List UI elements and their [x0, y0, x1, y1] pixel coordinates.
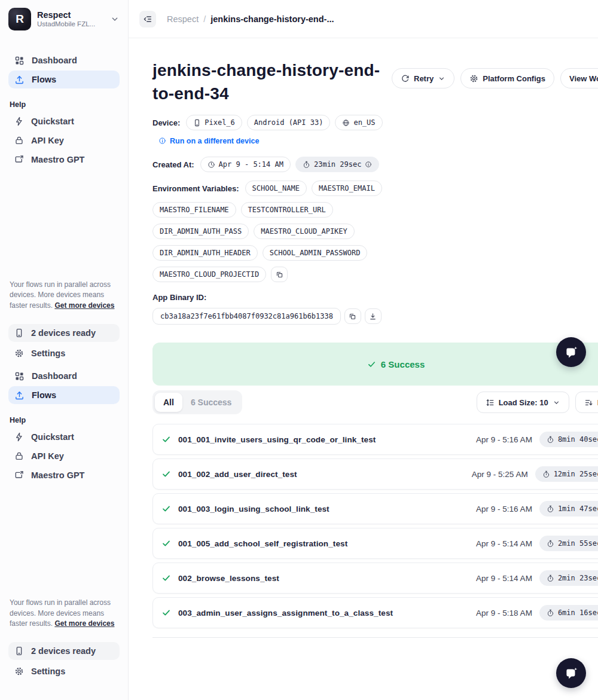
download-binary-button[interactable]	[365, 308, 382, 324]
devices-promo-text: Your flows run in parallel across device…	[8, 280, 120, 311]
devices-ready-status[interactable]: 2 devices ready	[8, 324, 120, 342]
topbar: Respect / jenkins-change-history-end-...	[129, 0, 598, 38]
env-var-chip[interactable]: MAESTRO_CLOUD_APIKEY	[254, 224, 355, 239]
env-var-chip[interactable]: DIR_ADMIN_AUTH_PASS	[152, 224, 249, 239]
test-duration-chip: 12min 25sec	[535, 466, 598, 482]
test-row[interactable]: 001_001_invite_users_using_qr_code_or_li…	[152, 424, 598, 455]
devices-ready-status-2[interactable]: 2 devices ready	[8, 642, 120, 660]
test-duration: 6min 16sec	[558, 609, 598, 617]
chat-assistant-button[interactable]	[556, 337, 586, 367]
sidebar-item-label: Settings	[31, 667, 65, 676]
copy-binary-id-button[interactable]	[344, 308, 361, 324]
tab-success[interactable]: 6 Success	[182, 393, 240, 412]
device-os: Android (API 33)	[254, 118, 324, 127]
env-var-chip[interactable]: MAESTRO_CLOUD_PROJECTID	[152, 267, 266, 282]
test-duration-chip: 2min 23sec	[539, 570, 598, 586]
sidebar-item-dashboard[interactable]: Dashboard	[8, 51, 120, 69]
test-time: Apr 9 - 5:16 AM	[476, 435, 532, 444]
test-name: 001_005_add_school_self_registration_tes…	[178, 539, 476, 548]
sidebar-item-api-key-2[interactable]: API Key	[8, 447, 120, 465]
sidebar-item-api-key[interactable]: API Key	[8, 132, 120, 149]
sidebar-item-settings[interactable]: Settings	[8, 344, 120, 362]
get-more-devices-link[interactable]: Get more devices	[54, 619, 114, 628]
test-duration: 2min 23sec	[558, 574, 598, 582]
sidebar-item-maestro-gpt-2[interactable]: Maestro GPT	[8, 466, 120, 484]
test-row[interactable]: 001_002_add_user_direct_test Apr 9 - 5:2…	[152, 458, 598, 490]
load-size-dropdown[interactable]: Load Size: 10	[477, 392, 569, 413]
env-var-chip[interactable]: DIR_ADMIN_AUTH_HEADER	[152, 245, 258, 261]
device-name: Pixel_6	[205, 118, 235, 127]
sidebar-item-label: Flows	[32, 390, 56, 400]
view-workspace-button[interactable]: View Workspace	[560, 68, 598, 88]
test-name: 003_admin_user_assigns_assignment_to_a_c…	[178, 609, 476, 618]
env-var-chip[interactable]: MAESTRO_FILENAME	[152, 202, 236, 218]
sidebar-item-dashboard-2[interactable]: Dashboard	[8, 367, 120, 385]
env-var-name: DIR_ADMIN_AUTH_HEADER	[160, 249, 251, 257]
test-row[interactable]: 001_005_add_school_self_registration_tes…	[152, 528, 598, 559]
test-row[interactable]: 002_browse_lessons_test Apr 9 - 5:14 AM …	[152, 563, 598, 594]
test-duration: 2min 55sec	[558, 539, 598, 548]
test-duration-chip: 1min 47sec	[539, 501, 598, 516]
test-row[interactable]: 001_003_login_using_school_link_test Apr…	[152, 493, 598, 524]
sidebar-item-flows[interactable]: Flows	[8, 71, 120, 88]
stopwatch-icon	[547, 574, 554, 582]
env-var-name: SCHOOL_ADMIN_PASSWORD	[270, 249, 361, 257]
copy-env-button[interactable]	[271, 267, 288, 282]
total-duration-value: 23min 29sec	[314, 160, 361, 169]
test-list: 001_001_invite_users_using_qr_code_or_li…	[152, 424, 598, 638]
stopwatch-icon	[303, 161, 310, 169]
collapse-sidebar-button[interactable]	[139, 11, 156, 27]
run-different-device-label: Run on a different device	[170, 137, 259, 145]
env-var-chip[interactable]: SCHOOL_NAME	[245, 181, 307, 196]
breadcrumb-workspace[interactable]: Respect	[167, 14, 199, 24]
workspace-logo: R	[8, 8, 31, 30]
clock-icon	[208, 161, 215, 169]
env-label: Environment Variables:	[152, 184, 239, 193]
sidebar-item-flows-2[interactable]: Flows	[8, 386, 120, 404]
sidebar-item-label: Dashboard	[32, 371, 77, 381]
device-locale-chip[interactable]: en_US	[335, 115, 382, 130]
device-os-chip[interactable]: Android (API 33)	[247, 115, 331, 130]
grid-icon	[14, 56, 25, 66]
phone-icon	[14, 328, 24, 338]
phone-icon	[14, 646, 24, 656]
stopwatch-icon	[542, 470, 550, 478]
env-var-chip[interactable]: TESTCONTROLLER_URL	[241, 202, 333, 218]
sidebar-item-quickstart[interactable]: Quickstart	[8, 112, 120, 130]
environment-variables: Environment Variables: SCHOOL_NAME MAEST…	[152, 181, 382, 282]
load-size-label: Load Size: 10	[499, 398, 548, 407]
chat-assistant-button[interactable]	[556, 658, 586, 688]
get-more-devices-link[interactable]: Get more devices	[54, 301, 114, 310]
tab-all[interactable]: All	[155, 393, 182, 412]
env-var-name: MAESTRO_FILENAME	[160, 206, 229, 214]
platform-configs-button[interactable]: Platform Configs	[460, 68, 554, 88]
collapse-sidebar-icon	[143, 14, 152, 24]
run-different-device-link[interactable]: Run on a different device	[158, 137, 259, 145]
sidebar-item-label: Flows	[32, 75, 56, 84]
chevron-down-icon	[110, 14, 120, 24]
env-var-chip[interactable]: MAESTRO_EMAIL	[312, 181, 382, 196]
check-icon	[367, 360, 376, 369]
sidebar-item-settings-2[interactable]: Settings	[8, 662, 120, 680]
sidebar-item-label: API Key	[31, 451, 64, 461]
total-duration-chip: 23min 29sec	[295, 157, 379, 172]
sidebar-item-maestro-gpt[interactable]: Maestro GPT	[8, 151, 120, 169]
sort-dropdown[interactable]: Name	[575, 392, 598, 413]
env-var-chip[interactable]: SCHOOL_ADMIN_PASSWORD	[263, 245, 368, 261]
sidebar-section-help: Help	[8, 100, 120, 109]
retry-button[interactable]: Retry	[392, 68, 454, 88]
header-actions: Retry Platform Configs View Workspace	[392, 68, 598, 105]
workspace-switcher[interactable]: R Respect UstadMobile FZL...	[8, 7, 120, 31]
sidebar-item-label: Dashboard	[32, 56, 77, 65]
stopwatch-icon	[547, 436, 554, 444]
main-panel: Respect / jenkins-change-history-end-...…	[129, 0, 598, 700]
test-row[interactable]: 003_admin_user_assigns_assignment_to_a_c…	[152, 597, 598, 628]
sidebar-item-quickstart-2[interactable]: Quickstart	[8, 428, 120, 446]
platform-configs-label: Platform Configs	[483, 74, 545, 83]
view-workspace-label: View Workspace	[569, 74, 598, 83]
env-var-name: DIR_ADMIN_AUTH_PASS	[160, 227, 242, 236]
device-name-chip[interactable]: Pixel_6	[186, 115, 242, 130]
info-icon[interactable]	[365, 161, 372, 168]
chat-bubble-icon	[563, 665, 579, 681]
phone-icon	[193, 119, 201, 127]
